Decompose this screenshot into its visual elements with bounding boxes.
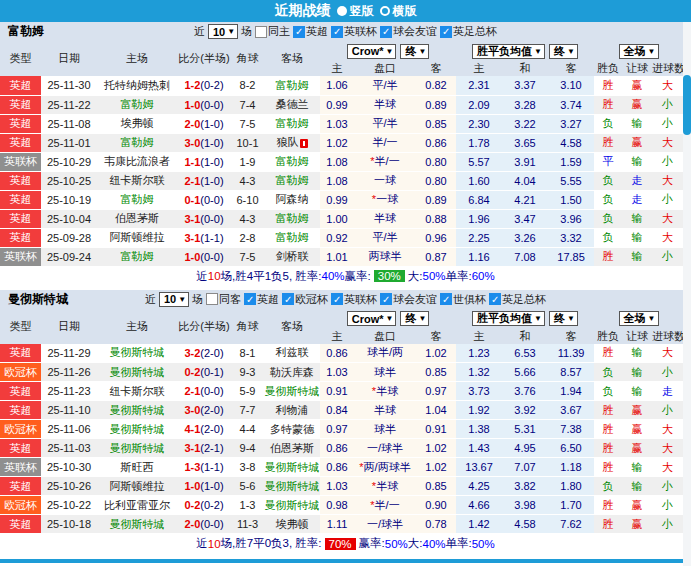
score-cell: 2-0(0-0): [177, 515, 231, 534]
sub-column-header: 胜负: [594, 329, 622, 344]
league-badge: 英超: [0, 133, 41, 152]
match-date: 25-11-23: [41, 382, 97, 401]
table-row: 英超25-11-10曼彻斯特城3-0(2-0)7-7利物浦0.84半球1.041…: [0, 401, 683, 420]
odds-time-select[interactable]: 终▼: [400, 44, 429, 59]
result-outcome: 负: [594, 363, 622, 382]
match-count-select[interactable]: 10▼: [159, 292, 189, 307]
match-scope-select[interactable]: 全场▼: [619, 311, 659, 326]
odds-time-select-value: 终: [405, 311, 416, 326]
layout-radio-vertical[interactable]: 竖版: [337, 3, 374, 20]
odds-time-select[interactable]: 终▼: [400, 311, 429, 326]
handicap-outcome: 输: [622, 228, 652, 247]
chevron-down-icon: ▼: [534, 47, 542, 56]
half-score: (0-0): [200, 385, 223, 397]
goals-outcome: 大: [652, 171, 683, 190]
result-outcome: 胜: [594, 496, 622, 515]
league-badge: 英超: [0, 401, 41, 420]
full-score: 3-0: [184, 137, 200, 149]
match-scope-select[interactable]: 全场▼: [619, 44, 659, 59]
summary-part: 10: [208, 270, 221, 282]
away-odds: 0.90: [416, 496, 456, 515]
league-badge: 英联杯: [0, 152, 41, 171]
handicap: 一球: [354, 171, 416, 190]
sub-column-header: 主: [456, 329, 502, 344]
league-filter-checkbox[interactable]: ✓英联杯: [331, 292, 377, 307]
avg-draw-odds: 3.98: [502, 496, 548, 515]
goals-outcome: 大: [652, 344, 683, 363]
match-date: 25-10-30: [41, 458, 97, 477]
home-team: 比利亚雷亚尔: [97, 496, 177, 515]
league-filter-checkbox[interactable]: ✓英足总杯: [489, 292, 546, 307]
team-name: 曼彻斯特城: [8, 291, 68, 308]
league-filter-checkbox[interactable]: ✓英超: [293, 24, 328, 39]
live-video-icon[interactable]: [300, 139, 308, 148]
home-team: 富勒姆: [97, 95, 177, 114]
avg-method-select[interactable]: 胜平负均值▼: [472, 311, 545, 326]
radio-vertical-label: 竖版: [350, 3, 374, 20]
away-odds: 1.02: [416, 439, 456, 458]
goals-outcome: 走: [652, 382, 683, 401]
bookmaker-select[interactable]: Crow*▼: [347, 311, 397, 326]
scrollbar-thumb[interactable]: [683, 75, 691, 135]
away-odds: 0.88: [416, 209, 456, 228]
away-odds: 1.02: [416, 344, 456, 363]
matches-label: 场: [192, 292, 203, 307]
league-filter-checkbox[interactable]: ✓球会友谊: [380, 24, 437, 39]
home-odds: 1.02: [320, 133, 354, 152]
avg-method-select[interactable]: 胜平负均值▼: [472, 44, 545, 59]
avg-time-select[interactable]: 终▼: [549, 44, 578, 59]
odds-time-select-value: 终: [405, 44, 416, 59]
avg-away-odds: 7.62: [548, 515, 594, 534]
full-score: 3-1: [184, 213, 200, 225]
scrollbar-track[interactable]: [683, 22, 691, 566]
match-date: 25-10-19: [41, 190, 97, 209]
checkbox-icon: ✓: [244, 293, 256, 305]
bookmaker-select[interactable]: Crow*▼: [347, 44, 397, 59]
corner-score: 9-3: [231, 363, 264, 382]
half-score: (0-0): [200, 251, 223, 263]
away-odds: 0.96: [416, 228, 456, 247]
avg-home-odds: 13.67: [456, 458, 502, 477]
goals-outcome: 小: [652, 515, 683, 534]
corner-score: 11-3: [231, 515, 264, 534]
column-header: 比分(半场): [177, 41, 231, 76]
league-badge: 英超: [0, 439, 41, 458]
handicap-outcome: 走: [622, 190, 652, 209]
league-filter-checkbox[interactable]: ✓欧冠杯: [282, 292, 328, 307]
avg-away-odds: 1.94: [548, 382, 594, 401]
sub-column-header: 让球: [622, 329, 652, 344]
handicap-outcome: 输: [622, 344, 652, 363]
avg-time-select[interactable]: 终▼: [549, 311, 578, 326]
corner-score: 4-3: [231, 209, 264, 228]
table-row: 英超25-11-30托特纳姆热刺1-2(0-2)8-2富勒姆1.06平/半0.8…: [0, 76, 683, 95]
avg-away-odds: 3.10: [548, 76, 594, 95]
checkbox-icon: [206, 293, 218, 305]
summary-part: 大:: [408, 536, 423, 551]
checkbox-icon: ✓: [440, 293, 452, 305]
bookmaker-select-value: Crow*: [352, 45, 384, 57]
handicap-outcome: 输: [622, 382, 652, 401]
league-filter-checkbox[interactable]: ✓英超: [244, 292, 279, 307]
corner-score: 7-5: [231, 114, 264, 133]
result-outcome: 胜: [594, 95, 622, 114]
league-filter-checkbox[interactable]: ✓世俱杯: [440, 292, 486, 307]
score-cell: 0-2(0-1): [177, 363, 231, 382]
chevron-down-icon: ▼: [385, 314, 393, 323]
avg-away-odds: 3.96: [548, 209, 594, 228]
handicap-value: 两/两球半: [364, 461, 411, 473]
home-team: 富勒姆: [97, 190, 177, 209]
match-count-select[interactable]: 10▼: [208, 24, 238, 39]
league-filter-checkbox[interactable]: ✓英联杯: [331, 24, 377, 39]
column-header: 主场: [97, 309, 177, 344]
league-filter-checkbox[interactable]: ✓英足总杯: [440, 24, 497, 39]
table-row: 英超25-10-19富勒姆0-1(0-0)6-10阿森纳0.99*一球0.896…: [0, 190, 683, 209]
league-filter-checkbox[interactable]: ✓球会友谊: [380, 292, 437, 307]
checkbox-icon: ✓: [282, 293, 294, 305]
away-odds: 0.85: [416, 477, 456, 496]
matches-label: 场: [241, 24, 252, 39]
same-venue-checkbox[interactable]: 同主: [255, 24, 290, 39]
league-badge: 英超: [0, 76, 41, 95]
same-venue-checkbox[interactable]: 同客: [206, 292, 241, 307]
layout-radio-horizontal[interactable]: 横版: [380, 3, 417, 20]
summary-part: 60%: [472, 270, 495, 282]
